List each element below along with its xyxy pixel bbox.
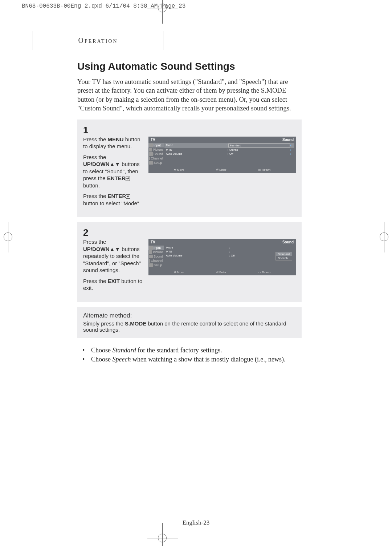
osd-right-panel: Mode:Standard▸ MTS:Stereo▸ Auto Volume:O… <box>164 143 294 156</box>
enter-icon: ⏎ <box>216 168 219 171</box>
crop-mark-bottom <box>158 534 167 542</box>
osd-tv-label: TV <box>151 138 155 142</box>
enter-icon: ↵ <box>126 194 130 199</box>
updown-arrows-icon: ▲▼ <box>110 246 121 252</box>
enter-icon: ⏎ <box>216 271 219 274</box>
osd-left-menu: Input Picture Sound Channel Setup <box>148 143 164 165</box>
osd-screenshot-2: TV Sound Input Picture Sound Channel Set… <box>148 239 296 275</box>
return-icon: ▭ <box>258 271 261 274</box>
step-2-box: 2 Press the UP/DOWN▲▼ buttons repeatedly… <box>77 222 302 302</box>
osd-title: Sound <box>282 240 294 244</box>
step-1-number: 1 <box>83 125 296 136</box>
osd-title: Sound <box>282 138 294 142</box>
osd-right-panel: Mode: MTS: Auto Volume:Off Standard Spee… <box>164 246 294 258</box>
osd-tv-label: TV <box>151 240 155 244</box>
osd-screenshot-1: TV Sound Input Picture Sound Channel Set… <box>148 137 296 173</box>
notes-list: Choose Standard for the standard factory… <box>87 346 302 364</box>
step-2-text: Press the UP/DOWN▲▼ buttons repeatedly t… <box>83 238 144 295</box>
picture-icon <box>149 148 152 151</box>
crop-mark-top <box>158 4 167 12</box>
setup-icon <box>149 161 153 165</box>
osd-mode-dropdown: Standard Speech <box>275 252 292 260</box>
note-item: Choose Standard for the standard factory… <box>87 346 302 355</box>
section-header-label: Operation <box>78 36 118 45</box>
input-icon <box>149 246 153 250</box>
channel-icon <box>149 157 150 160</box>
channel-icon <box>149 259 150 263</box>
step-2-number: 2 <box>83 227 296 238</box>
note-item: Choose Speech when watching a show that … <box>87 355 302 364</box>
osd-left-menu: Input Picture Sound Channel Setup <box>148 246 164 267</box>
page-title: Using Automatic Sound Settings <box>77 61 302 72</box>
step-1-box: 1 Press the MENU button to display the m… <box>77 120 302 217</box>
step-1-text: Press the MENU button to display the men… <box>83 136 144 211</box>
return-icon: ▭ <box>258 168 261 171</box>
picture-icon <box>149 250 152 254</box>
updown-arrows-icon: ▲▼ <box>110 161 121 167</box>
crop-mark-right <box>380 232 388 241</box>
sound-icon <box>149 255 153 258</box>
crop-mark-left <box>4 232 12 241</box>
setup-icon <box>149 263 153 267</box>
intro-paragraph: Your TV has two automatic sound settings… <box>77 77 302 113</box>
alternate-body: Simply press the S.MODE button on the re… <box>83 320 296 333</box>
sound-icon <box>149 152 153 156</box>
section-header-box: Operation <box>33 31 163 50</box>
alternate-header: Alternate method: <box>83 312 296 319</box>
input-icon <box>149 143 153 147</box>
enter-icon: ↵ <box>126 177 130 181</box>
page-footer: English-23 <box>0 519 392 526</box>
move-icon: ✥ <box>174 271 176 274</box>
move-icon: ✥ <box>174 168 176 171</box>
alternate-method-box: Alternate method: Simply press the S.MOD… <box>77 307 302 338</box>
